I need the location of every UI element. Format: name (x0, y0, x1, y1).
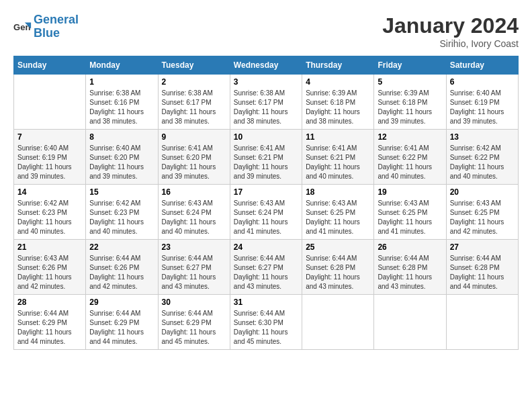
day-info: Sunrise: 6:44 AM Sunset: 6:29 PM Dayligh… (162, 309, 226, 347)
day-info: Sunrise: 6:42 AM Sunset: 6:23 PM Dayligh… (89, 199, 154, 236)
day-info: Sunrise: 6:43 AM Sunset: 6:24 PM Dayligh… (162, 199, 226, 236)
day-info: Sunrise: 6:42 AM Sunset: 6:23 PM Dayligh… (17, 199, 82, 236)
week-row-1: 7Sunrise: 6:40 AM Sunset: 6:19 PM Daylig… (14, 130, 519, 185)
day-number: 3 (234, 77, 298, 87)
calendar-body: 1Sunrise: 6:38 AM Sunset: 6:16 PM Daylig… (14, 75, 519, 350)
calendar-cell (374, 295, 446, 350)
calendar-cell: 10Sunrise: 6:41 AM Sunset: 6:21 PM Dayli… (230, 130, 302, 185)
calendar-cell: 2Sunrise: 6:38 AM Sunset: 6:17 PM Daylig… (158, 75, 230, 130)
day-number: 1 (89, 77, 154, 87)
calendar-header: SundayMondayTuesdayWednesdayThursdayFrid… (14, 56, 519, 75)
calendar-cell: 21Sunrise: 6:43 AM Sunset: 6:26 PM Dayli… (14, 240, 86, 295)
week-row-0: 1Sunrise: 6:38 AM Sunset: 6:16 PM Daylig… (14, 75, 519, 130)
calendar-cell: 13Sunrise: 6:42 AM Sunset: 6:22 PM Dayli… (446, 130, 518, 185)
calendar-cell: 31Sunrise: 6:44 AM Sunset: 6:30 PM Dayli… (230, 295, 302, 350)
day-info: Sunrise: 6:41 AM Sunset: 6:22 PM Dayligh… (378, 144, 442, 181)
day-info: Sunrise: 6:42 AM Sunset: 6:22 PM Dayligh… (450, 144, 515, 181)
day-info: Sunrise: 6:40 AM Sunset: 6:20 PM Dayligh… (89, 144, 154, 181)
calendar-cell: 22Sunrise: 6:44 AM Sunset: 6:26 PM Dayli… (86, 240, 158, 295)
calendar-cell: 19Sunrise: 6:43 AM Sunset: 6:25 PM Dayli… (374, 185, 446, 240)
day-info: Sunrise: 6:44 AM Sunset: 6:28 PM Dayligh… (378, 254, 442, 291)
day-number: 12 (378, 132, 442, 142)
day-number: 19 (378, 187, 442, 197)
calendar-cell: 15Sunrise: 6:42 AM Sunset: 6:23 PM Dayli… (86, 185, 158, 240)
day-info: Sunrise: 6:44 AM Sunset: 6:29 PM Dayligh… (17, 309, 82, 347)
calendar-cell: 23Sunrise: 6:44 AM Sunset: 6:27 PM Dayli… (158, 240, 230, 295)
header-cell-tuesday: Tuesday (158, 56, 230, 75)
calendar-cell: 26Sunrise: 6:44 AM Sunset: 6:28 PM Dayli… (374, 240, 446, 295)
day-info: Sunrise: 6:41 AM Sunset: 6:20 PM Dayligh… (162, 144, 226, 181)
calendar-cell: 25Sunrise: 6:44 AM Sunset: 6:28 PM Dayli… (302, 240, 374, 295)
day-number: 5 (378, 77, 442, 87)
day-number: 24 (234, 242, 298, 252)
day-info: Sunrise: 6:44 AM Sunset: 6:26 PM Dayligh… (89, 254, 154, 291)
calendar-cell: 4Sunrise: 6:39 AM Sunset: 6:18 PM Daylig… (302, 75, 374, 130)
day-number: 15 (89, 187, 154, 197)
day-number: 10 (234, 132, 298, 142)
logo-icon: Gen (13, 17, 32, 36)
page-header: Gen General Blue January 2024 Sirihio, I… (13, 13, 519, 49)
calendar-cell: 6Sunrise: 6:40 AM Sunset: 6:19 PM Daylig… (446, 75, 518, 130)
day-number: 28 (17, 298, 82, 307)
day-info: Sunrise: 6:44 AM Sunset: 6:27 PM Dayligh… (234, 254, 298, 291)
day-info: Sunrise: 6:38 AM Sunset: 6:17 PM Dayligh… (162, 89, 226, 126)
calendar-cell: 27Sunrise: 6:44 AM Sunset: 6:28 PM Dayli… (446, 240, 518, 295)
day-number: 4 (306, 77, 370, 87)
calendar-cell: 9Sunrise: 6:41 AM Sunset: 6:20 PM Daylig… (158, 130, 230, 185)
day-info: Sunrise: 6:43 AM Sunset: 6:25 PM Dayligh… (378, 199, 442, 236)
month-title: January 2024 (382, 13, 519, 38)
day-number: 7 (17, 132, 82, 142)
calendar-cell: 18Sunrise: 6:43 AM Sunset: 6:25 PM Dayli… (302, 185, 374, 240)
day-info: Sunrise: 6:41 AM Sunset: 6:21 PM Dayligh… (306, 144, 370, 181)
day-info: Sunrise: 6:41 AM Sunset: 6:21 PM Dayligh… (234, 144, 298, 181)
header-cell-monday: Monday (86, 56, 158, 75)
calendar-cell: 8Sunrise: 6:40 AM Sunset: 6:20 PM Daylig… (86, 130, 158, 185)
day-info: Sunrise: 6:44 AM Sunset: 6:29 PM Dayligh… (89, 309, 154, 347)
calendar-cell (446, 295, 518, 350)
location: Sirihio, Ivory Coast (382, 38, 519, 49)
day-number: 22 (89, 242, 154, 252)
week-row-4: 28Sunrise: 6:44 AM Sunset: 6:29 PM Dayli… (14, 295, 519, 350)
calendar-cell: 14Sunrise: 6:42 AM Sunset: 6:23 PM Dayli… (14, 185, 86, 240)
calendar-cell: 17Sunrise: 6:43 AM Sunset: 6:24 PM Dayli… (230, 185, 302, 240)
day-number: 20 (450, 187, 515, 197)
header-cell-wednesday: Wednesday (230, 56, 302, 75)
day-number: 13 (450, 132, 515, 142)
calendar-cell: 11Sunrise: 6:41 AM Sunset: 6:21 PM Dayli… (302, 130, 374, 185)
logo-line1: General (34, 13, 79, 26)
day-number: 9 (162, 132, 226, 142)
day-info: Sunrise: 6:38 AM Sunset: 6:17 PM Dayligh… (234, 89, 298, 126)
calendar-cell: 7Sunrise: 6:40 AM Sunset: 6:19 PM Daylig… (14, 130, 86, 185)
calendar-cell: 5Sunrise: 6:39 AM Sunset: 6:18 PM Daylig… (374, 75, 446, 130)
calendar-cell: 28Sunrise: 6:44 AM Sunset: 6:29 PM Dayli… (14, 295, 86, 350)
day-number: 29 (89, 298, 154, 307)
day-number: 23 (162, 242, 226, 252)
logo-text: General Blue (34, 13, 79, 40)
calendar-cell: 30Sunrise: 6:44 AM Sunset: 6:29 PM Dayli… (158, 295, 230, 350)
day-number: 25 (306, 242, 370, 252)
day-info: Sunrise: 6:44 AM Sunset: 6:30 PM Dayligh… (234, 309, 298, 347)
logo-line2: Blue (34, 27, 79, 40)
calendar-cell: 20Sunrise: 6:43 AM Sunset: 6:25 PM Dayli… (446, 185, 518, 240)
week-row-2: 14Sunrise: 6:42 AM Sunset: 6:23 PM Dayli… (14, 185, 519, 240)
day-info: Sunrise: 6:40 AM Sunset: 6:19 PM Dayligh… (450, 89, 515, 126)
day-info: Sunrise: 6:39 AM Sunset: 6:18 PM Dayligh… (306, 89, 370, 126)
calendar-cell: 1Sunrise: 6:38 AM Sunset: 6:16 PM Daylig… (86, 75, 158, 130)
calendar-table: SundayMondayTuesdayWednesdayThursdayFrid… (13, 56, 519, 350)
header-cell-friday: Friday (374, 56, 446, 75)
day-info: Sunrise: 6:44 AM Sunset: 6:28 PM Dayligh… (306, 254, 370, 291)
calendar-cell: 12Sunrise: 6:41 AM Sunset: 6:22 PM Dayli… (374, 130, 446, 185)
header-cell-saturday: Saturday (446, 56, 518, 75)
day-info: Sunrise: 6:44 AM Sunset: 6:27 PM Dayligh… (162, 254, 226, 291)
calendar-cell: 3Sunrise: 6:38 AM Sunset: 6:17 PM Daylig… (230, 75, 302, 130)
day-number: 16 (162, 187, 226, 197)
day-info: Sunrise: 6:43 AM Sunset: 6:26 PM Dayligh… (17, 254, 82, 291)
day-number: 30 (162, 298, 226, 307)
calendar-cell (302, 295, 374, 350)
calendar-cell (14, 75, 86, 130)
day-number: 6 (450, 77, 515, 87)
day-number: 27 (450, 242, 515, 252)
day-info: Sunrise: 6:38 AM Sunset: 6:16 PM Dayligh… (89, 89, 154, 126)
day-number: 18 (306, 187, 370, 197)
calendar-cell: 29Sunrise: 6:44 AM Sunset: 6:29 PM Dayli… (86, 295, 158, 350)
